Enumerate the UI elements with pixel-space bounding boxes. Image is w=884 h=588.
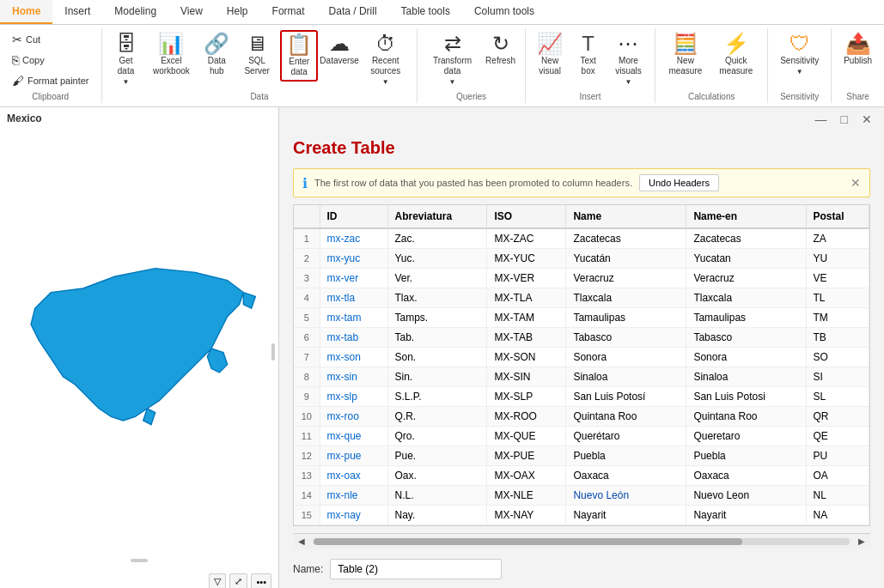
sensitivity-button[interactable]: 🛡 Sensitivity ▼ <box>775 30 824 79</box>
create-table-dialog: — □ ✕ Create Table ℹ The first row of da… <box>279 107 884 588</box>
get-data-icon: 🗄 <box>116 33 137 54</box>
map-filter-button[interactable]: ▽ <box>209 573 226 588</box>
cell-abrev: Son. <box>387 348 487 367</box>
ribbon-group-queries: ⇄ Transform data ▼ ↻ Refresh Queries <box>418 28 525 103</box>
cell-name: Sinaloa <box>566 367 686 387</box>
cell-abrev: Tamps. <box>387 308 487 328</box>
cell-iso: MX-NAY <box>487 506 566 525</box>
tab-help[interactable]: Help <box>215 0 260 24</box>
horizontal-scrollbar[interactable]: ◀ ▶ <box>293 533 870 549</box>
get-data-button[interactable]: 🗄 Get data ▼ <box>109 30 143 89</box>
dialog-minimize-button[interactable]: — <box>810 111 832 128</box>
info-close-button[interactable]: ✕ <box>850 176 861 190</box>
tab-home[interactable]: Home <box>0 0 52 24</box>
cell-abrev: Ver. <box>387 269 487 288</box>
cell-name: Sonora <box>566 348 686 367</box>
sql-server-button[interactable]: 🖥 SQL Server <box>237 30 277 80</box>
undo-headers-button[interactable]: Undo Headers <box>639 174 719 191</box>
recent-sources-button[interactable]: ⏱ Recent sources ▼ <box>361 30 410 89</box>
refresh-button[interactable]: ↻ Refresh <box>484 30 518 70</box>
col-abreviatura: Abreviatura <box>387 205 487 228</box>
map-resize-vertical[interactable] <box>271 343 275 361</box>
tab-tabletools[interactable]: Table tools <box>389 0 462 24</box>
cell-rownum: 14 <box>294 486 320 506</box>
format-painter-button[interactable]: 🖌 Format painter <box>7 71 94 90</box>
cell-iso: MX-OAX <box>487 466 566 486</box>
cell-postal: VE <box>806 269 869 288</box>
dialog-titlebar: — □ ✕ <box>279 107 884 131</box>
cell-rownum: 15 <box>294 506 320 525</box>
excel-workbook-button[interactable]: 📊 Excel workbook <box>147 30 197 80</box>
table-header: ID Abreviatura ISO Name Name-en Postal <box>294 205 869 228</box>
recent-sources-icon: ⏱ <box>375 33 396 54</box>
cell-name: Tabasco <box>566 328 686 348</box>
table-body: 1 mx-zac Zac. MX-ZAC Zacatecas Zacatecas… <box>294 228 869 525</box>
cell-iso: MX-TAM <box>487 308 566 328</box>
tab-format[interactable]: Format <box>260 0 317 24</box>
info-text: The first row of data that you pasted ha… <box>314 178 632 188</box>
cell-postal: OA <box>806 466 869 486</box>
cell-name: Zacatecas <box>566 228 686 249</box>
cell-iso: MX-NLE <box>487 486 566 506</box>
dialog-maximize-button[interactable]: □ <box>836 111 853 128</box>
cell-abrev: Oax. <box>387 466 487 486</box>
table-row: 5 mx-tam Tamps. MX-TAM Tamaulipas Tamaul… <box>294 308 869 328</box>
cell-postal: YU <box>806 249 869 269</box>
text-box-button[interactable]: T Text box <box>571 30 606 80</box>
table-name-input[interactable] <box>330 559 502 579</box>
cell-name: Nuevo León <box>566 486 686 506</box>
new-visual-button[interactable]: 📈 New visual <box>533 30 568 80</box>
tab-datadrill[interactable]: Data / Drill <box>317 0 389 24</box>
ribbon-group-insert: 📈 New visual T Text box ⋯ More visuals ▼… <box>526 28 656 103</box>
map-expand-button[interactable]: ⤢ <box>229 573 247 588</box>
cell-nameen: Oaxaca <box>686 466 806 486</box>
cell-nameen: Nuevo Leon <box>686 486 806 506</box>
col-postal: Postal <box>806 205 869 228</box>
ribbon-group-clipboard: ✂ Cut ⎘ Copy 🖌 Format painter Clipboard <box>0 28 102 103</box>
cell-rownum: 2 <box>294 249 320 269</box>
cell-name: Quintana Roo <box>566 407 686 427</box>
table-row: 8 mx-sin Sin. MX-SIN Sinaloa Sinaloa SI <box>294 367 869 387</box>
cell-iso: MX-PUE <box>487 446 566 466</box>
tab-columntools[interactable]: Column tools <box>462 0 546 24</box>
table-row: 7 mx-son Son. MX-SON Sonora Sonora SO <box>294 348 869 367</box>
data-hub-button[interactable]: 🔗 Data hub <box>199 30 234 80</box>
cell-abrev: S.L.P. <box>387 387 487 407</box>
enter-data-icon: 📋 <box>286 34 312 55</box>
dialog-close-button[interactable]: ✕ <box>857 111 877 128</box>
copy-button[interactable]: ⎘ Copy <box>7 51 94 70</box>
col-id: ID <box>320 205 387 228</box>
cell-postal: QR <box>806 407 869 427</box>
transform-icon: ⇄ <box>444 33 461 54</box>
tab-modeling[interactable]: Modeling <box>102 0 168 24</box>
scroll-left-arrow[interactable]: ◀ <box>293 536 310 546</box>
sql-icon: 🖥 <box>247 33 267 54</box>
map-more-button[interactable]: ••• <box>251 573 271 588</box>
cell-nameen: Zacatecas <box>686 228 806 249</box>
table-row: 1 mx-zac Zac. MX-ZAC Zacatecas Zacatecas… <box>294 228 869 249</box>
data-table-scroll[interactable]: ID Abreviatura ISO Name Name-en Postal 1… <box>294 205 869 525</box>
enter-data-button[interactable]: 📋 Enter data <box>280 30 318 82</box>
transform-data-button[interactable]: ⇄ Transform data ▼ <box>424 30 479 89</box>
cell-rownum: 3 <box>294 269 320 288</box>
cell-nameen: Tamaulipas <box>686 308 806 328</box>
tab-view[interactable]: View <box>168 0 215 24</box>
more-visuals-button[interactable]: ⋯ More visuals ▼ <box>609 30 649 89</box>
cut-button[interactable]: ✂ Cut <box>7 30 94 49</box>
map-resize-horizontal[interactable] <box>131 559 148 562</box>
cell-iso: MX-QUE <box>487 427 566 446</box>
scroll-right-arrow[interactable]: ▶ <box>853 536 870 546</box>
dataverse-button[interactable]: ☁ Dataverse <box>321 30 357 70</box>
more-visuals-icon: ⋯ <box>618 33 638 54</box>
publish-button[interactable]: 📤 Publish <box>838 30 877 70</box>
cell-id: mx-tam <box>320 308 387 328</box>
tab-insert[interactable]: Insert <box>52 0 102 24</box>
scroll-track[interactable] <box>314 538 850 545</box>
data-table: ID Abreviatura ISO Name Name-en Postal 1… <box>294 205 869 525</box>
table-row: 15 mx-nay Nay. MX-NAY Nayarit Nayarit NA <box>294 506 869 525</box>
scroll-thumb[interactable] <box>314 538 742 545</box>
quick-measure-button[interactable]: ⚡ Quick measure <box>711 30 760 80</box>
new-measure-button[interactable]: 🧮 New measure <box>662 30 708 80</box>
ribbon-content: ✂ Cut ⎘ Copy 🖌 Format painter Clipboard <box>0 25 884 106</box>
table-row: 3 mx-ver Ver. MX-VER Veracruz Veracruz V… <box>294 269 869 288</box>
